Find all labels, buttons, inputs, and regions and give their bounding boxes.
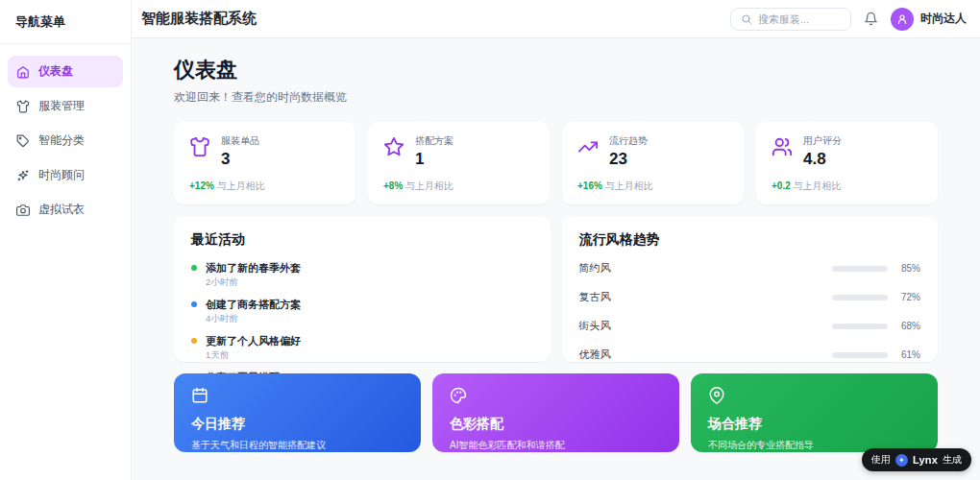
feature-card-color-matching[interactable]: 色彩搭配 AI智能色彩匹配和和谐搭配: [432, 373, 679, 452]
dashboard-content: 仪表盘 欢迎回来！查看您的时尚数据概览 服装单品 3 +12% 与上月相比: [132, 38, 980, 480]
stat-label: 用户评分: [803, 134, 842, 148]
palette-icon: [450, 387, 467, 404]
feature-cards-row: 今日推荐 基于天气和日程的智能搭配建议 色彩搭配 AI智能色彩匹配和和谐搭配 场…: [174, 373, 938, 452]
avatar: [891, 8, 914, 31]
sidebar-item-label: 仪表盘: [38, 63, 73, 80]
middle-row: 最近活动 添加了新的春季外套2小时前 创建了商务搭配方案4小时前 更新了个人风格…: [174, 216, 938, 362]
trend-row: 复古风 72%: [579, 290, 921, 304]
topbar-right: 时尚达人: [730, 8, 967, 31]
page-title: 仪表盘: [174, 56, 938, 84]
trend-row: 街头风 68%: [579, 319, 921, 333]
trend-row: 简约风 85%: [579, 261, 921, 276]
stat-value: 1: [415, 150, 453, 169]
generated-with-lynx-badge[interactable]: 使用 ✦ Lynx 生成: [862, 448, 971, 471]
camera-icon: [16, 204, 30, 217]
tag-icon: [16, 134, 30, 148]
style-trends-panel: 流行风格趋势 简约风 85% 复古风 72% 街头风 68% 优雅: [562, 216, 939, 362]
recent-activity-panel: 最近活动 添加了新的春季外套2小时前 创建了商务搭配方案4小时前 更新了个人风格…: [174, 216, 551, 362]
trend-progress-bar: [832, 266, 888, 272]
stat-card-outfit-plans: 搭配方案 1 +8% 与上月相比: [368, 122, 550, 204]
trend-progress-bar: [832, 295, 888, 300]
stats-row: 服装单品 3 +12% 与上月相比 搭配方案 1 +8% 与上月相比: [174, 122, 938, 204]
stat-value: 3: [221, 150, 259, 169]
stat-card-clothing-items: 服装单品 3 +12% 与上月相比: [174, 122, 355, 204]
sidebar-nav: 仪表盘 服装管理 智能分类 时尚顾问 虚拟试衣: [0, 44, 131, 237]
sidebar-item-label: 虚拟试衣: [38, 202, 85, 218]
username: 时尚达人: [920, 11, 967, 27]
activity-dot: [191, 265, 197, 271]
sidebar: 导航菜单 仪表盘 服装管理 智能分类 时尚顾问 虚拟试衣: [0, 0, 132, 480]
badge-suffix: 生成: [943, 453, 962, 467]
stat-card-user-rating: 用户评分 4.8 +0.2 与上月相比: [756, 122, 938, 204]
topbar: 智能服装搭配系统 时尚达人: [132, 0, 980, 38]
activity-item: 创建了商务搭配方案4小时前: [191, 298, 533, 325]
feature-card-daily-recommendation[interactable]: 今日推荐 基于天气和日程的智能搭配建议: [174, 373, 421, 452]
activity-item: 更新了个人风格偏好1天前: [191, 334, 533, 362]
app-title: 智能服装搭配系统: [141, 10, 257, 28]
sidebar-item-smart-classification[interactable]: 智能分类: [8, 125, 123, 156]
user-icon: [896, 13, 908, 25]
stat-label: 搭配方案: [415, 134, 453, 148]
bell-icon: [864, 12, 878, 26]
search-input[interactable]: [758, 13, 841, 25]
trending-up-icon: [577, 136, 599, 157]
activity-dot: [191, 301, 197, 307]
stat-card-trends: 流行趋势 23 +16% 与上月相比: [562, 122, 744, 204]
star-icon: [383, 136, 404, 157]
trend-row: 优雅风 61%: [579, 348, 921, 362]
stat-value: 4.8: [803, 150, 842, 169]
badge-prefix: 使用: [871, 453, 891, 467]
stat-change: +0.2 与上月相比: [772, 180, 922, 193]
style-trends-title: 流行风格趋势: [579, 231, 921, 249]
stat-change: +16% 与上月相比: [577, 180, 728, 193]
calendar-icon: [191, 387, 208, 404]
user-menu[interactable]: 时尚达人: [891, 8, 967, 31]
sidebar-item-label: 智能分类: [38, 132, 85, 149]
sidebar-item-virtual-fitting[interactable]: 虚拟试衣: [8, 194, 123, 226]
search-box: [730, 8, 851, 31]
users-icon: [772, 136, 793, 157]
activity-item: 添加了新的春季外套2小时前: [191, 261, 533, 289]
stat-change: +8% 与上月相比: [383, 180, 534, 193]
shirt-icon: [189, 136, 210, 157]
stat-change: +12% 与上月相比: [189, 180, 340, 193]
search-icon: [741, 13, 752, 25]
home-icon: [16, 65, 30, 79]
sidebar-item-label: 时尚顾问: [38, 167, 85, 183]
page-subtitle: 欢迎回来！查看您的时尚数据概览: [174, 89, 938, 106]
sidebar-title: 导航菜单: [0, 0, 131, 44]
stat-label: 流行趋势: [609, 134, 648, 148]
stat-label: 服装单品: [221, 134, 259, 148]
map-pin-icon: [708, 387, 725, 404]
activity-dot: [191, 338, 197, 344]
sidebar-item-label: 服装管理: [38, 98, 85, 114]
sidebar-item-dashboard[interactable]: 仪表盘: [8, 56, 123, 87]
main-area: 智能服装搭配系统 时尚达人 仪表盘 欢迎回来！查看您的时尚数据概览: [132, 0, 980, 480]
recent-activity-title: 最近活动: [191, 231, 533, 249]
shirt-icon: [16, 100, 30, 113]
sidebar-item-clothing-management[interactable]: 服装管理: [8, 90, 123, 122]
sidebar-item-fashion-advisor[interactable]: 时尚顾问: [8, 159, 123, 191]
badge-brand: Lynx: [913, 454, 938, 466]
trend-progress-bar: [832, 324, 888, 329]
feature-card-occasion-recommendation[interactable]: 场合推荐 不同场合的专业搭配指导: [691, 373, 938, 452]
trend-progress-bar: [832, 352, 888, 358]
stat-value: 23: [609, 150, 648, 169]
notifications-button[interactable]: [864, 12, 878, 26]
sparkles-icon: [16, 169, 30, 182]
lynx-logo-icon: ✦: [895, 454, 908, 467]
